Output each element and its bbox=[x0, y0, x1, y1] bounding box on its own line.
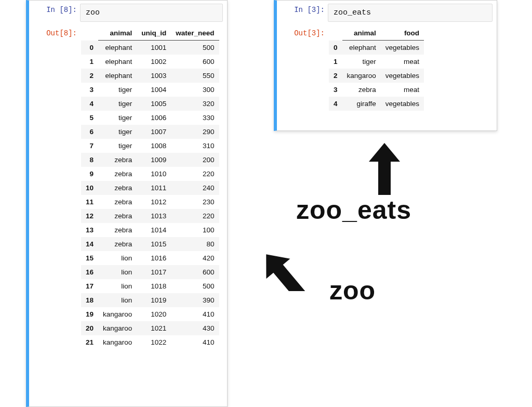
table-row: 9zebra1010220 bbox=[81, 167, 219, 181]
cell-uniq-id: 1001 bbox=[137, 41, 171, 55]
row-index: 16 bbox=[81, 265, 98, 279]
table-row: 12zebra1013220 bbox=[81, 209, 219, 223]
cell-animal: zebra bbox=[98, 237, 137, 251]
cell-water-need: 320 bbox=[171, 97, 219, 111]
row-index: 6 bbox=[81, 125, 98, 139]
cell-water-need: 600 bbox=[171, 55, 219, 69]
cell-uniq-id: 1004 bbox=[137, 83, 171, 97]
cell-animal: tiger bbox=[98, 139, 137, 153]
cell-animal: elephant bbox=[98, 69, 137, 83]
table-header-row: animal food bbox=[329, 26, 424, 41]
row-index: 18 bbox=[81, 293, 98, 307]
jupyter-cell-zoo-eats[interactable]: In [3]: zoo_eats Out[3]: animal food 0el… bbox=[274, 0, 497, 131]
table-row: 20kangaroo1021430 bbox=[81, 321, 219, 335]
cell-uniq-id: 1007 bbox=[137, 125, 171, 139]
table-row: 7tiger1008310 bbox=[81, 139, 219, 153]
table-row: 15lion1016420 bbox=[81, 251, 219, 265]
table-row: 8zebra1009200 bbox=[81, 153, 219, 167]
row-index: 17 bbox=[81, 279, 98, 293]
cell-uniq-id: 1006 bbox=[137, 111, 171, 125]
cell-water-need: 220 bbox=[171, 209, 219, 223]
cell-animal: lion bbox=[98, 279, 137, 293]
table-row: 2kangaroovegetables bbox=[329, 69, 424, 83]
cell-animal: tiger bbox=[342, 55, 381, 69]
col-food: food bbox=[381, 26, 424, 41]
row-index: 12 bbox=[81, 209, 98, 223]
table-row: 4tiger1005320 bbox=[81, 97, 219, 111]
cell-animal: giraffe bbox=[342, 97, 381, 111]
cell-animal: zebra bbox=[342, 83, 381, 97]
row-index: 7 bbox=[81, 139, 98, 153]
cell-uniq-id: 1005 bbox=[137, 97, 171, 111]
jupyter-cell-zoo[interactable]: In [8]: zoo Out[8]: animal uniq_id water… bbox=[26, 0, 228, 407]
code-input[interactable]: zoo_eats bbox=[328, 4, 493, 22]
cell-uniq-id: 1003 bbox=[137, 69, 171, 83]
cell-uniq-id: 1014 bbox=[137, 223, 171, 237]
cell-animal: tiger bbox=[98, 83, 137, 97]
row-index: 2 bbox=[81, 69, 98, 83]
cell-food: vegetables bbox=[381, 69, 424, 83]
cell-animal: zebra bbox=[98, 153, 137, 167]
row-index: 3 bbox=[81, 83, 98, 97]
cell-water-need: 500 bbox=[171, 279, 219, 293]
table-row: 0elephantvegetables bbox=[329, 41, 424, 55]
row-index: 15 bbox=[81, 251, 98, 265]
prompt-out: Out[3]: bbox=[277, 24, 328, 38]
table-row: 11zebra1012230 bbox=[81, 195, 219, 209]
col-animal: animal bbox=[98, 26, 137, 41]
cell-animal: zebra bbox=[98, 181, 137, 195]
cell-uniq-id: 1018 bbox=[137, 279, 171, 293]
table-row: 3tiger1004300 bbox=[81, 83, 219, 97]
cell-uniq-id: 1013 bbox=[137, 209, 171, 223]
prompt-out: Out[8]: bbox=[29, 24, 80, 38]
cell-food: meat bbox=[381, 55, 424, 69]
svg-marker-1 bbox=[264, 250, 315, 291]
table-row: 5tiger1006330 bbox=[81, 111, 219, 125]
cell-water-need: 390 bbox=[171, 293, 219, 307]
table-row: 17lion1018500 bbox=[81, 279, 219, 293]
arrow-upleft-icon bbox=[264, 250, 326, 291]
cell-water-need: 220 bbox=[171, 167, 219, 181]
cell-animal: elephant bbox=[98, 41, 137, 55]
cell-water-need: 290 bbox=[171, 125, 219, 139]
cell-uniq-id: 1021 bbox=[137, 321, 171, 335]
dataframe-zoo-eats: animal food 0elephantvegetables1tigermea… bbox=[329, 26, 424, 111]
row-index: 14 bbox=[81, 237, 98, 251]
cell-animal: zebra bbox=[98, 195, 137, 209]
cell-uniq-id: 1002 bbox=[137, 55, 171, 69]
row-index: 4 bbox=[81, 97, 98, 111]
col-uniq-id: uniq_id bbox=[137, 26, 171, 41]
cell-uniq-id: 1017 bbox=[137, 265, 171, 279]
row-index: 0 bbox=[329, 41, 342, 55]
cell-animal: kangaroo bbox=[342, 69, 381, 83]
table-row: 2elephant1003550 bbox=[81, 69, 219, 83]
prompt-in: In [8]: bbox=[29, 1, 80, 15]
cell-uniq-id: 1008 bbox=[137, 139, 171, 153]
row-index: 13 bbox=[81, 223, 98, 237]
row-index: 5 bbox=[81, 111, 98, 125]
row-index: 19 bbox=[81, 307, 98, 321]
row-index: 3 bbox=[329, 83, 342, 97]
row-index: 4 bbox=[329, 97, 342, 111]
cell-water-need: 600 bbox=[171, 265, 219, 279]
code-input[interactable]: zoo bbox=[80, 4, 223, 22]
table-row: 18lion1019390 bbox=[81, 293, 219, 307]
cell-water-need: 550 bbox=[171, 69, 219, 83]
cell-uniq-id: 1019 bbox=[137, 293, 171, 307]
cell-animal: zebra bbox=[98, 167, 137, 181]
table-row: 1tigermeat bbox=[329, 55, 424, 69]
cell-water-need: 80 bbox=[171, 237, 219, 251]
dataframe-zoo: animal uniq_id water_need 0elephant10015… bbox=[81, 26, 219, 349]
cell-uniq-id: 1022 bbox=[137, 335, 171, 349]
cell-water-need: 430 bbox=[171, 321, 219, 335]
output-area: animal uniq_id water_need 0elephant10015… bbox=[80, 24, 227, 351]
table-row: 19kangaroo1020410 bbox=[81, 307, 219, 321]
row-index: 8 bbox=[81, 153, 98, 167]
row-index: 20 bbox=[81, 321, 98, 335]
row-index: 10 bbox=[81, 181, 98, 195]
cell-animal: zebra bbox=[98, 223, 137, 237]
row-index: 1 bbox=[81, 55, 98, 69]
row-index: 2 bbox=[329, 69, 342, 83]
cell-water-need: 420 bbox=[171, 251, 219, 265]
cell-uniq-id: 1015 bbox=[137, 237, 171, 251]
